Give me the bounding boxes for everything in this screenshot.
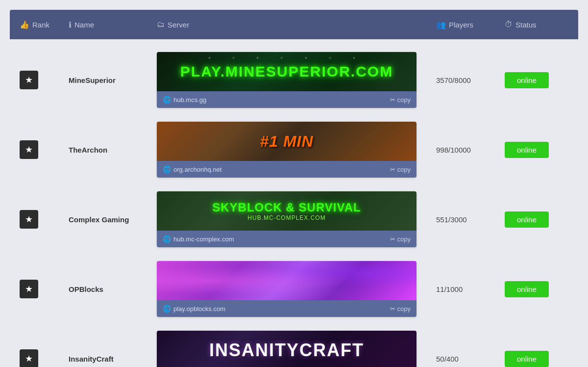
banner-address: 🌐 org.archonhq.net: [163, 165, 221, 173]
favorite-button[interactable]: ★: [20, 210, 38, 229]
server-icon: 🗂: [157, 20, 165, 29]
banner-footer: 🌐 hub.mcs.gg ✂ copy: [157, 91, 416, 108]
server-address: play.opblocks.com: [173, 305, 225, 313]
table-row: ★ TheArchon #1 MIN 🌐 org.archonhq.net ✂ …: [10, 116, 578, 184]
status-button[interactable]: online: [505, 211, 549, 228]
banner-image: PLAY.MINESUPERIOR.COM: [157, 52, 416, 91]
server-banner: INSANITYCRAFT 🌐 play.insanitycraft.net ✂…: [157, 331, 416, 367]
cell-status: online: [505, 211, 568, 228]
status-icon: ⏱: [505, 20, 513, 29]
cell-players: 50/400: [436, 355, 505, 363]
cell-rank: ★: [20, 140, 69, 159]
copy-button[interactable]: ✂ copy: [390, 96, 411, 104]
header-server: 🗂 Server: [157, 20, 436, 29]
rows-container: ★ MineSuperior PLAY.MINESUPERIOR.COM 🌐 h…: [10, 39, 578, 367]
cell-rank: ★: [20, 71, 69, 89]
header-status: ⏱ Status: [505, 20, 568, 29]
server-address: org.archonhq.net: [173, 166, 221, 173]
cell-rank: ★: [20, 280, 69, 298]
server-address: hub.mc-complex.com: [173, 236, 234, 243]
server-banner: 🌐 play.opblocks.com ✂ copy: [157, 261, 416, 317]
cell-server: #1 MIN 🌐 org.archonhq.net ✂ copy: [157, 122, 436, 178]
cell-server: PLAY.MINESUPERIOR.COM 🌐 hub.mcs.gg ✂ cop…: [157, 52, 436, 108]
favorite-button[interactable]: ★: [20, 140, 38, 159]
globe-icon: 🌐: [163, 305, 171, 313]
table-row: ★ Complex Gaming SKYBLOCK & SURVIVALHUB.…: [10, 185, 578, 253]
cell-server: SKYBLOCK & SURVIVALHUB.MC-COMPLEX.COM 🌐 …: [157, 191, 436, 247]
cell-status: online: [505, 351, 568, 367]
banner-image: #1 MIN: [157, 122, 416, 161]
copy-button[interactable]: ✂ copy: [390, 236, 411, 243]
table-row: ★ OPBlocks 🌐 play.opblocks.com ✂ copy 11…: [10, 255, 578, 323]
server-banner: PLAY.MINESUPERIOR.COM 🌐 hub.mcs.gg ✂ cop…: [157, 52, 416, 108]
cell-name: OPBlocks: [69, 285, 157, 293]
cell-status: online: [505, 281, 568, 297]
info-icon: ℹ: [69, 20, 72, 29]
banner-footer: 🌐 play.opblocks.com ✂ copy: [157, 300, 416, 317]
status-button[interactable]: online: [505, 72, 549, 88]
banner-footer: 🌐 org.archonhq.net ✂ copy: [157, 161, 416, 178]
globe-icon: 🌐: [163, 96, 171, 104]
copy-button[interactable]: ✂ copy: [390, 166, 411, 173]
cell-name: InsanityCraft: [69, 355, 157, 363]
banner-address: 🌐 play.opblocks.com: [163, 305, 225, 313]
header-players: 👥 Players: [436, 20, 505, 29]
cell-players: 11/1000: [436, 285, 505, 293]
status-button[interactable]: online: [505, 281, 549, 297]
banner-image: [157, 261, 416, 300]
globe-icon: 🌐: [163, 235, 171, 243]
favorite-button[interactable]: ★: [20, 349, 38, 367]
header-name: ℹ Name: [69, 20, 157, 29]
table-row: ★ InsanityCraft INSANITYCRAFT 🌐 play.ins…: [10, 325, 578, 367]
name-label: Name: [74, 21, 94, 29]
table-header: 👍 Rank ℹ Name 🗂 Server 👥 Players ⏱ Statu…: [10, 10, 578, 39]
table-row: ★ MineSuperior PLAY.MINESUPERIOR.COM 🌐 h…: [10, 46, 578, 114]
server-label: Server: [168, 21, 189, 29]
cell-status: online: [505, 72, 568, 88]
server-banner: SKYBLOCK & SURVIVALHUB.MC-COMPLEX.COM 🌐 …: [157, 191, 416, 247]
header-rank: 👍 Rank: [20, 20, 69, 29]
players-label: Players: [449, 21, 473, 29]
server-banner: #1 MIN 🌐 org.archonhq.net ✂ copy: [157, 122, 416, 178]
players-icon: 👥: [436, 20, 446, 29]
banner-image: INSANITYCRAFT: [157, 331, 416, 367]
cell-players: 998/10000: [436, 146, 505, 154]
rank-icon: 👍: [20, 20, 29, 29]
status-label: Status: [515, 21, 537, 29]
cell-rank: ★: [20, 210, 69, 229]
banner-address: 🌐 hub.mc-complex.com: [163, 235, 234, 243]
banner-footer: 🌐 hub.mc-complex.com ✂ copy: [157, 231, 416, 247]
banner-image: SKYBLOCK & SURVIVALHUB.MC-COMPLEX.COM: [157, 191, 416, 231]
favorite-button[interactable]: ★: [20, 71, 38, 89]
server-list: 👍 Rank ℹ Name 🗂 Server 👥 Players ⏱ Statu…: [10, 10, 578, 367]
cell-rank: ★: [20, 349, 69, 367]
banner-address: 🌐 hub.mcs.gg: [163, 96, 206, 104]
status-button[interactable]: online: [505, 142, 549, 158]
cell-name: MineSuperior: [69, 76, 157, 84]
globe-icon: 🌐: [163, 165, 171, 173]
cell-server: 🌐 play.opblocks.com ✂ copy: [157, 261, 436, 317]
cell-status: online: [505, 142, 568, 158]
status-button[interactable]: online: [505, 351, 549, 367]
rank-label: Rank: [32, 21, 49, 29]
cell-players: 551/3000: [436, 215, 505, 224]
cell-name: Complex Gaming: [69, 215, 157, 224]
cell-players: 3570/8000: [436, 76, 505, 84]
cell-server: INSANITYCRAFT 🌐 play.insanitycraft.net ✂…: [157, 331, 436, 367]
favorite-button[interactable]: ★: [20, 280, 38, 298]
cell-name: TheArchon: [69, 146, 157, 154]
server-address: hub.mcs.gg: [173, 96, 206, 104]
copy-button[interactable]: ✂ copy: [390, 305, 411, 313]
